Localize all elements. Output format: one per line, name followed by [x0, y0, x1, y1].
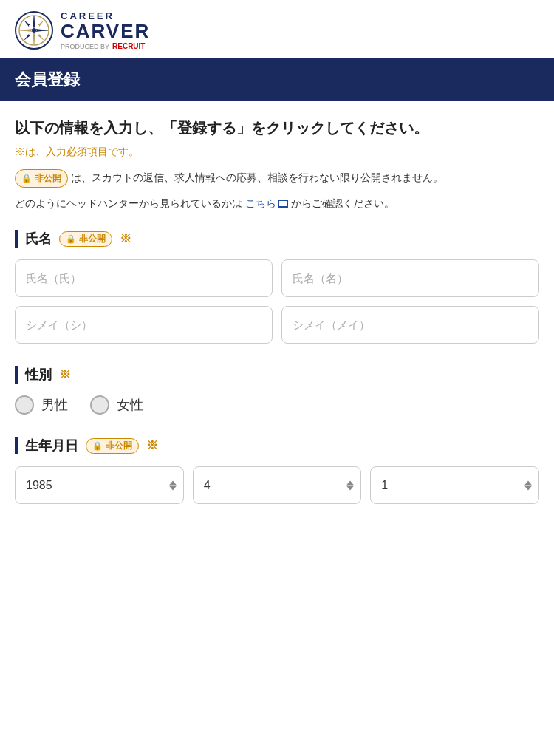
birthday-section-title: 生年月日 🔒 非公開 ※: [15, 437, 539, 454]
logo-compass-icon: [15, 11, 53, 50]
gender-male-text: 男性: [41, 396, 68, 414]
gender-female-radio[interactable]: [90, 395, 109, 415]
lock-icon: 🔒: [21, 171, 32, 185]
gender-male-radio[interactable]: [15, 395, 34, 415]
birthday-row: 1950195119521953195419551956195719581959…: [15, 466, 539, 504]
birthday-section: 生年月日 🔒 非公開 ※ 195019511952195319541955195…: [15, 437, 539, 504]
header: CAREER CARVER PRODUCED BY RECRUIT: [0, 0, 554, 58]
year-select-wrap: 1950195119521953195419551956195719581959…: [15, 466, 184, 504]
month-select-wrap: 123456789101112: [193, 466, 362, 504]
gender-female-text: 女性: [117, 396, 143, 414]
produced-by-text: PRODUCED BY RECRUIT: [61, 42, 150, 50]
svg-point-6: [32, 28, 36, 33]
first-kana-input[interactable]: [281, 306, 539, 344]
gender-required-star: ※: [59, 367, 71, 383]
name-title-text: 氏名: [25, 230, 52, 248]
private-badge-inline: 🔒 非公開: [15, 169, 68, 187]
month-select[interactable]: 123456789101112: [193, 466, 362, 504]
logo-area: CAREER CARVER PRODUCED BY RECRUIT: [15, 10, 150, 50]
gender-section: 性別 ※ 男性 女性: [15, 366, 539, 415]
name-section-title: 氏名 🔒 非公開 ※: [15, 230, 539, 248]
name-kana-row: [15, 306, 539, 344]
last-name-input[interactable]: [15, 259, 273, 297]
recruit-logo: RECRUIT: [112, 42, 145, 50]
logo-carver-text: CARVER: [61, 21, 150, 41]
gender-section-title: 性別 ※: [15, 366, 539, 384]
headhunter-note: どのようにヘッドハンターから見られているかは こちら からご確認ください。: [15, 195, 539, 213]
page-title-bar: 会員登録: [0, 58, 554, 101]
birthday-lock-icon: 🔒: [92, 441, 103, 451]
headhunter-link[interactable]: こちら: [245, 197, 276, 209]
page-title: 会員登録: [15, 70, 80, 89]
last-kana-input[interactable]: [15, 306, 273, 344]
birthday-title-text: 生年月日: [25, 437, 78, 454]
external-link-icon: [278, 200, 288, 208]
day-select[interactable]: 1234567891011121314151617181920212223242…: [370, 466, 539, 504]
day-select-wrap: 1234567891011121314151617181920212223242…: [370, 466, 539, 504]
main-content: 以下の情報を入力し、「登録する」をクリックしてください。 ※は、入力必須項目です…: [0, 101, 554, 548]
last-name-field: [15, 259, 273, 297]
name-section: 氏名 🔒 非公開 ※: [15, 230, 539, 344]
gender-female-label[interactable]: 女性: [90, 395, 143, 415]
logo-text-block: CAREER CARVER PRODUCED BY RECRUIT: [61, 10, 150, 50]
gender-title-text: 性別: [25, 366, 52, 384]
birthday-required-star: ※: [146, 438, 158, 454]
birthday-private-badge: 🔒 非公開: [86, 438, 139, 454]
gender-male-label[interactable]: 男性: [15, 395, 68, 415]
name-lock-icon: 🔒: [66, 234, 76, 244]
logo-main: CAREER CARVER PRODUCED BY RECRUIT: [15, 10, 150, 50]
name-kanji-row: [15, 259, 539, 297]
instruction-text: 以下の情報を入力し、「登録する」をクリックしてください。: [15, 118, 539, 138]
private-info-line: 🔒 非公開 は、スカウトの返信、求人情報への応募、相談を行わない限り公開されませ…: [15, 169, 539, 188]
year-select[interactable]: 1950195119521953195419551956195719581959…: [15, 466, 184, 504]
required-note: ※は、入力必須項目です。: [15, 146, 539, 159]
first-kana-field: [281, 306, 539, 344]
first-name-input[interactable]: [281, 259, 539, 297]
last-kana-field: [15, 306, 273, 344]
name-required-star: ※: [120, 231, 131, 247]
first-name-field: [281, 259, 539, 297]
gender-radio-group: 男性 女性: [15, 395, 539, 415]
name-private-badge: 🔒 非公開: [59, 231, 112, 247]
